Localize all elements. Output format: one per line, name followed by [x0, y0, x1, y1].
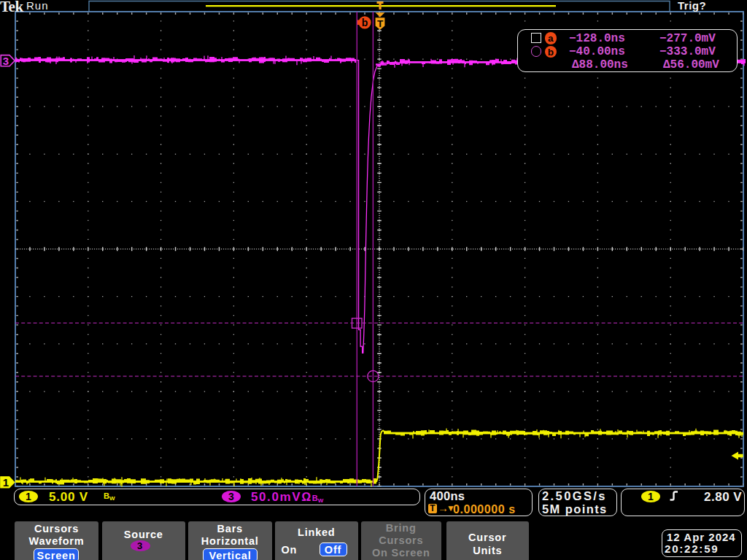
svg-text:1: 1	[3, 476, 9, 489]
svg-text:3: 3	[3, 55, 9, 67]
svg-text:T: T	[377, 18, 384, 29]
svg-text:b: b	[362, 17, 368, 28]
